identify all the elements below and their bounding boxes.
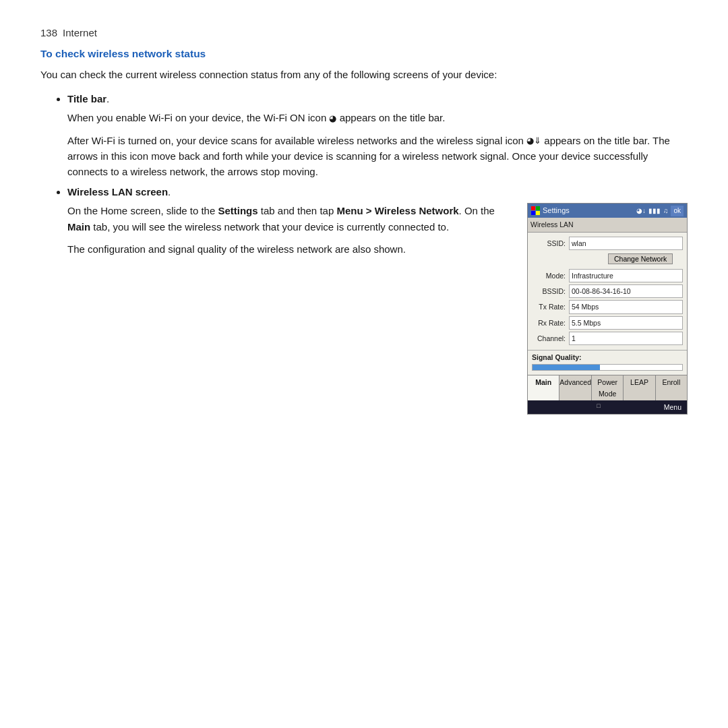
form-row-rxrate: Rx Rate: 5.5 Mbps (532, 316, 683, 330)
wireless-lan-content: On the Home screen, slide to the Setting… (67, 203, 688, 415)
device-bars-icon: ▮▮▮ (648, 206, 661, 216)
bullet-title-bar-content: When you enable Wi-Fi on your device, th… (67, 110, 688, 179)
label-ssid: SSID: (532, 238, 569, 249)
bullet-list: Title bar. When you enable Wi-Fi on your… (67, 93, 688, 415)
value-ssid: wlan (569, 237, 683, 250)
svg-rect-1 (536, 206, 540, 210)
signal-quality-section: Signal Quality: (528, 350, 687, 375)
device-tab-label: Wireless LAN (530, 220, 574, 229)
device-title-bar: Settings ◕↓ ▮▮▮ ♫ ok (528, 204, 687, 218)
wifi-on-icon: ◕ (329, 112, 336, 125)
page-category: Internet (63, 27, 97, 38)
value-txrate: 54 Mbps (569, 300, 683, 313)
softkey-right[interactable]: Menu (664, 402, 681, 413)
svg-rect-3 (536, 211, 540, 215)
device-signal-icon: ◕↓ (636, 206, 646, 216)
menu-bold: Menu > Wireless Network (336, 205, 458, 216)
form-row-ssid: SSID: wlan (532, 237, 683, 250)
device-softkey-bar: □ Menu (528, 400, 687, 414)
device-app-name: Settings (543, 205, 570, 216)
wireless-lan-text: On the Home screen, slide to the Setting… (67, 203, 511, 264)
page-number: 138 (40, 27, 57, 38)
settings-bold: Settings (218, 205, 257, 216)
label-rxrate: Rx Rate: (532, 317, 569, 328)
tab-main[interactable]: Main (528, 375, 559, 400)
label-mode: Mode: (532, 270, 569, 281)
svg-rect-2 (531, 211, 535, 215)
value-channel: 1 (569, 332, 683, 345)
intro-text: You can check the current wireless conne… (40, 67, 688, 82)
form-row-bssid: BSSID: 00-08-86-34-16-10 (532, 284, 683, 298)
device-volume-icon: ♫ (663, 206, 669, 216)
device-bottom-tabs: Main Advanced Power Mode LEAP Enroll (528, 375, 687, 400)
tab-power-mode[interactable]: Power Mode (592, 375, 624, 400)
label-channel: Channel: (532, 333, 569, 344)
wifi-scan-icon: ◕⇓ (526, 134, 541, 148)
form-row-channel: Channel: 1 (532, 332, 683, 345)
list-item-title-bar: Title bar. When you enable Wi-Fi on your… (67, 93, 688, 179)
softkey-center[interactable]: □ (597, 402, 600, 413)
form-row-txrate: Tx Rate: 54 Mbps (532, 300, 683, 313)
tab-advanced[interactable]: Advanced (559, 375, 592, 400)
section-heading: To check wireless network status (40, 48, 688, 60)
value-rxrate: 5.5 Mbps (569, 316, 683, 330)
value-mode: Infrastructure (569, 269, 683, 282)
device-tab-bar: Wireless LAN (528, 218, 687, 232)
device-form: SSID: wlan Change Network Mode: Infrastr… (528, 235, 687, 351)
value-bssid: 00-08-86-34-16-10 (569, 284, 683, 298)
svg-rect-0 (531, 206, 535, 210)
form-row-mode: Mode: Infrastructure (532, 269, 683, 282)
device-ok-button[interactable]: ok (671, 206, 684, 216)
list-item-wireless-lan: Wireless LAN screen. On the Home screen,… (67, 186, 688, 415)
device-screenshot: Settings ◕↓ ▮▮▮ ♫ ok Wireless LAN (527, 203, 688, 415)
bullet-wireless-lan-label: Wireless LAN screen (67, 186, 168, 198)
label-bssid: BSSID: (532, 286, 569, 297)
signal-bar-fill (533, 365, 600, 370)
tab-leap[interactable]: LEAP (624, 375, 655, 400)
signal-bar-container (532, 364, 683, 371)
main-bold: Main (67, 221, 90, 233)
bullet-title-bar-label: Title bar (67, 93, 107, 104)
tab-enroll[interactable]: Enroll (656, 375, 687, 400)
windows-flag-icon (531, 206, 540, 215)
change-network-button[interactable]: Change Network (608, 253, 673, 264)
change-network-row: Change Network (532, 252, 683, 267)
signal-quality-label: Signal Quality: (532, 352, 683, 363)
label-txrate: Tx Rate: (532, 301, 569, 312)
